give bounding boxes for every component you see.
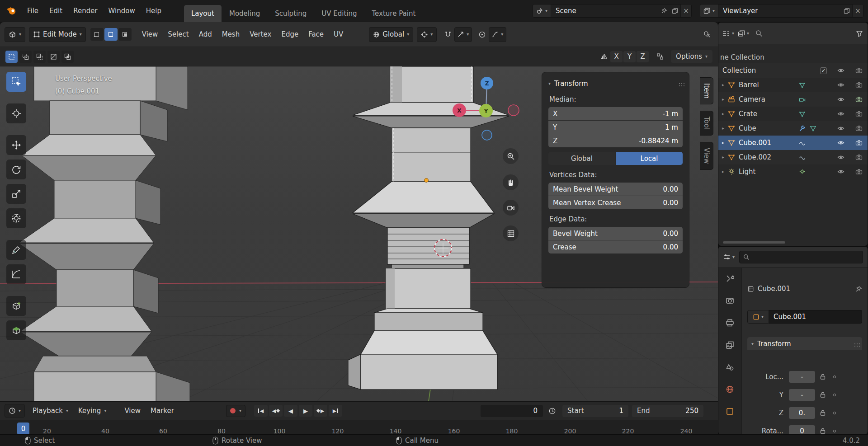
mesh-data-icon[interactable]	[798, 111, 806, 117]
rotate-tool[interactable]	[6, 160, 26, 179]
hide-eye-icon[interactable]	[837, 110, 845, 117]
mesh-data-icon[interactable]	[798, 154, 806, 161]
tab-sculpting[interactable]: Sculpting	[268, 5, 314, 22]
outliner-row-camera[interactable]: ▸ Camera	[718, 92, 868, 107]
pillar-object[interactable]	[19, 66, 190, 401]
menu-keying[interactable]: Keying▾	[73, 407, 111, 415]
pin-icon[interactable]	[659, 5, 670, 17]
close-icon[interactable]: ×	[680, 5, 691, 17]
transform-orientation-dropdown[interactable]: Global ▾	[369, 27, 413, 42]
outliner-row-cube-001[interactable]: ▸ Cube.001	[718, 136, 868, 150]
pivot-point-dropdown[interactable]: ▾	[417, 27, 437, 42]
tab-scene-icon[interactable]	[726, 363, 734, 371]
tab-texture-paint[interactable]: Texture Paint	[364, 5, 423, 22]
mean-bevel-weight-field[interactable]: Mean Bevel Weight0.00	[548, 183, 683, 196]
menu-uv[interactable]: UV	[329, 22, 348, 47]
search-icon[interactable]	[755, 30, 763, 37]
menu-window[interactable]: Window	[103, 0, 141, 22]
menu-marker[interactable]: Marker	[146, 407, 179, 415]
scene-browse-button[interactable]: ▾	[533, 5, 551, 17]
select-invert-icon[interactable]	[47, 51, 60, 63]
play-button[interactable]: ▶	[299, 405, 312, 417]
mirror-y-button[interactable]: Y	[623, 51, 636, 62]
chevron-right-icon[interactable]: ▸	[722, 83, 724, 87]
render-camera-icon[interactable]	[855, 81, 863, 89]
chevron-right-icon[interactable]: ▸	[722, 141, 724, 145]
outliner-row-cube-002[interactable]: ▸ Cube.002	[718, 150, 868, 164]
editor-type-button[interactable]: ▾	[5, 27, 25, 42]
outliner-row-crate[interactable]: ▸ Crate	[718, 107, 868, 121]
hide-eye-icon[interactable]	[837, 125, 845, 132]
tab-item[interactable]: Item	[700, 77, 713, 104]
chevron-right-icon[interactable]: ▸	[722, 126, 724, 131]
scene-collection-row[interactable]: ne Collection	[718, 51, 868, 63]
mesh-data-icon[interactable]	[798, 140, 806, 146]
collection-checkbox[interactable]: ✓	[820, 67, 827, 74]
timeline-ruler[interactable]: 0 20 40 60 80 100 120 140 160 180 200 22…	[0, 420, 718, 435]
hide-eye-icon[interactable]	[837, 81, 845, 89]
tab-modeling[interactable]: Modeling	[222, 5, 267, 22]
location-z-field[interactable]: 0.	[789, 407, 815, 419]
outliner-filter-images-dropdown[interactable]: ▾	[738, 30, 749, 37]
mesh-data-icon[interactable]	[809, 125, 817, 132]
render-camera-icon[interactable]	[855, 154, 863, 161]
new-viewlayer-icon[interactable]	[841, 5, 852, 17]
hide-eye-icon[interactable]	[837, 96, 845, 103]
render-camera-icon[interactable]	[855, 110, 863, 117]
light-data-icon[interactable]	[798, 169, 806, 175]
tab-tool[interactable]: Tool	[700, 111, 713, 136]
bevel-weight-field[interactable]: Bevel Weight0.00	[548, 227, 683, 240]
zoom-button[interactable]	[503, 148, 519, 164]
hide-eye-icon[interactable]	[837, 168, 845, 175]
navigation-gizmo[interactable]: Z X Y	[441, 72, 536, 146]
chevron-right-icon[interactable]: ▸	[722, 97, 724, 102]
render-camera-icon[interactable]	[855, 168, 863, 175]
collection-row[interactable]: Collection ✓	[718, 63, 868, 78]
animate-dot-icon[interactable]	[833, 376, 836, 378]
transform-tool[interactable]	[6, 208, 26, 228]
menu-view-timeline[interactable]: View	[119, 407, 146, 415]
lock-icon[interactable]	[820, 374, 826, 380]
menu-edit[interactable]: Edit	[44, 0, 68, 22]
location-y-field[interactable]: -	[789, 389, 815, 401]
mean-vertex-crease-field[interactable]: Mean Vertex Crease0.00	[548, 196, 683, 209]
tab-world-icon[interactable]	[726, 385, 734, 394]
breadcrumb-object-name[interactable]: Cube.001	[758, 285, 790, 293]
snap-magnet-icon[interactable]	[441, 28, 454, 41]
pin-icon[interactable]	[855, 286, 862, 292]
lock-icon[interactable]	[820, 410, 826, 416]
tab-output-icon[interactable]	[726, 319, 734, 327]
mirror-x-button[interactable]: X	[610, 51, 623, 62]
modifier-wrench-icon[interactable]	[798, 125, 806, 132]
properties-editor-type-button[interactable]: ▾	[723, 253, 735, 261]
jump-to-end-button[interactable]: ▶	[329, 405, 342, 417]
jump-to-start-button[interactable]: ◀	[254, 405, 268, 417]
cursor-tool[interactable]	[6, 103, 26, 123]
playhead[interactable]: 0	[17, 423, 29, 435]
location-x-field[interactable]: -	[789, 371, 815, 383]
tab-tool-icon[interactable]	[726, 274, 734, 283]
viewlayer-browse-button[interactable]: ▾	[700, 5, 718, 17]
camera-data-icon[interactable]	[798, 96, 806, 103]
menu-add[interactable]: Add	[194, 22, 217, 47]
scene-name[interactable]: Scene	[551, 7, 659, 15]
tab-viewlayer-icon[interactable]	[726, 341, 734, 349]
hide-eye-icon[interactable]	[837, 67, 845, 74]
menu-playback[interactable]: Playback▾	[28, 407, 73, 415]
extrude-tool[interactable]	[6, 320, 26, 340]
menu-face[interactable]: Face	[303, 22, 329, 47]
transform-panel-title[interactable]: Transform	[554, 80, 588, 88]
animate-dot-icon[interactable]	[833, 430, 836, 432]
measure-tool[interactable]	[6, 264, 26, 284]
global-space-button[interactable]: Global	[548, 152, 615, 165]
local-space-button[interactable]: Local	[616, 152, 683, 165]
menu-view[interactable]: View	[137, 22, 163, 47]
select-set-icon[interactable]	[5, 51, 18, 63]
select-extend-icon[interactable]	[19, 51, 32, 63]
chevron-down-icon[interactable]: ▾	[548, 81, 551, 86]
annotate-tool[interactable]	[6, 240, 26, 260]
tab-object-icon[interactable]	[726, 407, 734, 416]
animate-dot-icon[interactable]	[833, 412, 836, 414]
viewport-canvas[interactable]: User Perspective (0) Cube.001 Z X Y	[0, 66, 718, 401]
mode-dropdown[interactable]: Edit Mode ▾	[29, 27, 86, 42]
